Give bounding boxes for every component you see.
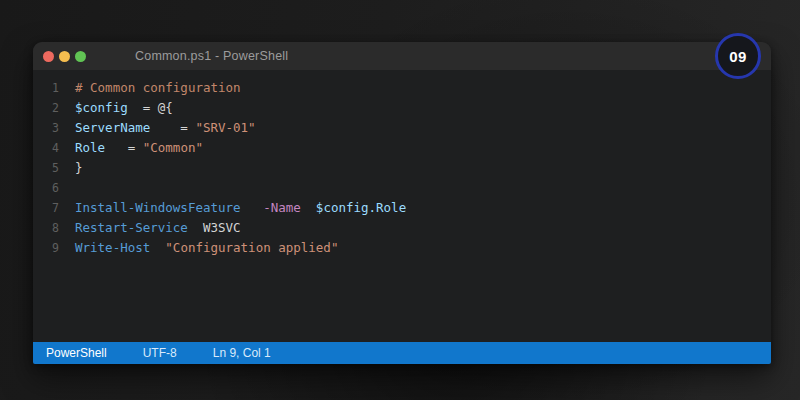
code-lines: 1# Common configuration2$config = @{3Ser… [33, 78, 771, 258]
line-number: 9 [33, 238, 59, 258]
code-line: 8Restart-Service W3SVC [33, 218, 771, 238]
window-title: Common.ps1 - PowerShell [135, 49, 288, 63]
code-line: 4Role = "Common" [33, 138, 771, 158]
code-text: # Common configuration [75, 78, 241, 98]
code-line: 7Install-WindowsFeature -Name $config.Ro… [33, 198, 771, 218]
code-line: 5} [33, 158, 771, 178]
token-plain: } [75, 160, 83, 175]
code-text: Install-WindowsFeature -Name $config.Rol… [75, 198, 406, 218]
line-number: 1 [33, 78, 59, 98]
token-string: "Common" [143, 140, 203, 155]
token-cmdlet: Restart-Service [75, 220, 188, 235]
status-bar: PowerShell UTF-8 Ln 9, Col 1 [33, 342, 771, 364]
code-line: 1# Common configuration [33, 78, 771, 98]
token-variable: $config [75, 100, 128, 115]
token-comment: # Common configuration [75, 80, 241, 95]
token-parameter: -Name [263, 200, 301, 215]
token-plain: = @{ [128, 100, 173, 115]
minimize-button[interactable] [59, 51, 70, 62]
code-line: 9Write-Host "Configuration applied" [33, 238, 771, 258]
status-encoding[interactable]: UTF-8 [143, 346, 177, 360]
line-number: 7 [33, 198, 59, 218]
title-bar: Common.ps1 - PowerShell [33, 42, 771, 70]
token-string: "SRV-01" [195, 120, 255, 135]
code-text: Write-Host "Configuration applied" [75, 238, 338, 258]
code-text: $config = @{ [75, 98, 173, 118]
close-button[interactable] [43, 51, 54, 62]
code-line: 6 [33, 178, 771, 198]
code-text: Restart-Service W3SVC [75, 218, 241, 238]
token-plain [188, 220, 203, 235]
code-line: 2$config = @{ [33, 98, 771, 118]
line-number: 2 [33, 98, 59, 118]
line-number: 5 [33, 158, 59, 178]
status-language[interactable]: PowerShell [46, 346, 107, 360]
token-variable: $config.Role [316, 200, 406, 215]
line-number: 4 [33, 138, 59, 158]
code-text: ServerName = "SRV-01" [75, 118, 256, 138]
token-variable: Role [75, 140, 105, 155]
token-cmdlet: Install-WindowsFeature [75, 200, 241, 215]
code-text: Role = "Common" [75, 138, 203, 158]
token-variable: ServerName [75, 120, 150, 135]
step-badge-label: 09 [729, 48, 747, 65]
code-editor[interactable]: 1# Common configuration2$config = @{3Ser… [33, 70, 771, 342]
token-plain: = [150, 120, 195, 135]
token-plain [241, 200, 264, 215]
token-string: "Configuration applied" [165, 240, 338, 255]
line-number: 8 [33, 218, 59, 238]
line-number: 3 [33, 118, 59, 138]
status-cursor-position[interactable]: Ln 9, Col 1 [213, 346, 271, 360]
token-plain [301, 200, 316, 215]
zoom-button[interactable] [75, 51, 86, 62]
token-plain: W3SVC [203, 220, 241, 235]
token-plain: = [105, 140, 143, 155]
code-text: } [75, 158, 83, 178]
token-cmdlet: Write-Host [75, 240, 150, 255]
step-badge: 09 [715, 33, 761, 79]
line-number: 6 [33, 178, 59, 198]
code-line: 3ServerName = "SRV-01" [33, 118, 771, 138]
editor-window: Common.ps1 - PowerShell 09 1# Common con… [33, 42, 771, 364]
token-plain [150, 240, 165, 255]
